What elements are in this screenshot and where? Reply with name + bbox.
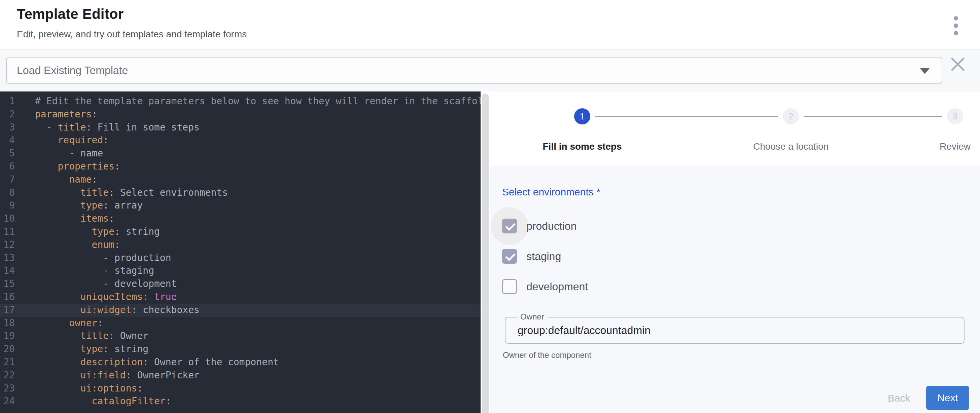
line-number: 13 — [0, 252, 15, 265]
page-title: Template Editor — [17, 6, 124, 22]
code-line: 18 owner: — [0, 317, 480, 330]
line-number: 12 — [0, 238, 15, 252]
template-form-panel: 1 2 3 Fill in some steps Choose a locati… — [490, 92, 980, 413]
code-line: 20 type: string — [0, 343, 480, 356]
code-line: 6 properties: — [0, 160, 480, 173]
env-checkbox-row-staging[interactable]: staging — [502, 248, 561, 264]
line-number: 23 — [0, 382, 15, 395]
code-line: 13 - production — [0, 252, 480, 265]
line-number: 15 — [0, 278, 15, 291]
stepper: 1 2 3 Fill in some steps Choose a locati… — [490, 92, 980, 165]
close-icon — [950, 57, 965, 71]
checkbox-label: staging — [527, 250, 561, 263]
checkbox-label: development — [527, 281, 588, 293]
code-line: 15 - development — [0, 278, 480, 291]
checkbox-icon[interactable] — [502, 219, 517, 234]
line-number: 8 — [0, 186, 15, 199]
code-line: 17 ui:widget: checkboxes — [0, 304, 480, 317]
line-number: 6 — [0, 160, 15, 173]
code-line: 22 ui:field: OwnerPicker — [0, 369, 480, 382]
page-header: Template Editor Edit, preview, and try o… — [0, 0, 980, 49]
owner-field[interactable]: Owner — [505, 317, 964, 344]
code-line: 21 description: Owner of the component — [0, 356, 480, 369]
code-editor[interactable]: 1# Edit the template parameters below to… — [0, 92, 480, 413]
env-checkbox-row-production[interactable]: production — [502, 218, 576, 234]
line-number: 16 — [0, 291, 15, 304]
code-lines: 1# Edit the template parameters below to… — [0, 92, 480, 408]
line-number: 10 — [0, 212, 15, 226]
step-connector — [595, 116, 778, 117]
code-line: 14 - staging — [0, 264, 480, 278]
next-button[interactable]: Next — [926, 386, 969, 410]
code-line: 12 enum: — [0, 238, 480, 252]
line-number: 5 — [0, 147, 15, 160]
code-line: 23 ui:options: — [0, 382, 480, 395]
step-circle-2[interactable]: 2 — [783, 108, 799, 124]
step-circle-3[interactable]: 3 — [947, 108, 963, 124]
checkbox-label: production — [527, 220, 576, 232]
chevron-down-icon — [920, 68, 929, 74]
env-checkbox-row-development[interactable]: development — [502, 278, 588, 295]
environments-label: Select environments * — [502, 186, 600, 198]
close-button[interactable] — [948, 55, 967, 74]
step-label-1: Fill in some steps — [515, 141, 649, 152]
line-number: 11 — [0, 226, 15, 238]
line-number: 4 — [0, 134, 15, 147]
code-line: 2parameters: — [0, 108, 480, 121]
line-number: 22 — [0, 369, 15, 382]
line-number: 7 — [0, 173, 15, 186]
line-number: 19 — [0, 330, 15, 343]
kebab-dot-icon — [954, 31, 958, 35]
code-line: 7 name: — [0, 173, 480, 186]
checkbox-icon[interactable] — [502, 249, 517, 264]
owner-helper-text: Owner of the component — [503, 351, 591, 360]
line-number: 18 — [0, 317, 15, 330]
kebab-menu-button[interactable] — [947, 15, 965, 37]
code-line: 11 type: string — [0, 226, 480, 238]
code-line: 16 uniqueItems: true — [0, 291, 480, 304]
step-label-3: Review — [888, 141, 980, 152]
back-button[interactable]: Back — [877, 388, 921, 408]
code-line: 9 type: array — [0, 199, 480, 212]
code-line: 19 title: Owner — [0, 330, 480, 343]
line-number: 2 — [0, 108, 15, 121]
line-number: 21 — [0, 356, 15, 369]
template-toolbar: Load Existing Template — [0, 49, 980, 92]
form-card: Select environments * production staging… — [490, 165, 980, 413]
line-number: 24 — [0, 395, 15, 408]
load-existing-template-value: Load Existing Template — [17, 64, 128, 77]
line-number: 1 — [0, 95, 15, 108]
code-line: 3 - title: Fill in some steps — [0, 121, 480, 134]
code-line: 1# Edit the template parameters below to… — [0, 95, 480, 108]
step-circle-1[interactable]: 1 — [574, 108, 590, 124]
line-number: 9 — [0, 199, 15, 212]
code-line: 24 catalogFilter: — [0, 395, 480, 408]
line-number: 14 — [0, 264, 15, 278]
required-marker: * — [593, 186, 600, 197]
line-number: 3 — [0, 121, 15, 134]
line-number: 17 — [0, 304, 15, 317]
owner-input[interactable] — [518, 318, 952, 343]
pane-divider-handle[interactable] — [482, 94, 488, 413]
line-number: 20 — [0, 343, 15, 356]
code-line: 4 required: — [0, 134, 480, 147]
page-subtitle: Edit, preview, and try out templates and… — [17, 29, 247, 40]
kebab-dot-icon — [954, 24, 958, 28]
checkbox-icon[interactable] — [502, 279, 517, 294]
code-line: 5 - name — [0, 147, 480, 160]
kebab-dot-icon — [954, 16, 958, 21]
code-line: 8 title: Select environments — [0, 186, 480, 199]
step-connector — [803, 116, 942, 117]
code-line: 10 items: — [0, 212, 480, 226]
load-existing-template-select[interactable]: Load Existing Template — [6, 57, 942, 84]
step-label-2: Choose a location — [724, 141, 858, 152]
main-split: 1# Edit the template parameters below to… — [0, 92, 980, 413]
